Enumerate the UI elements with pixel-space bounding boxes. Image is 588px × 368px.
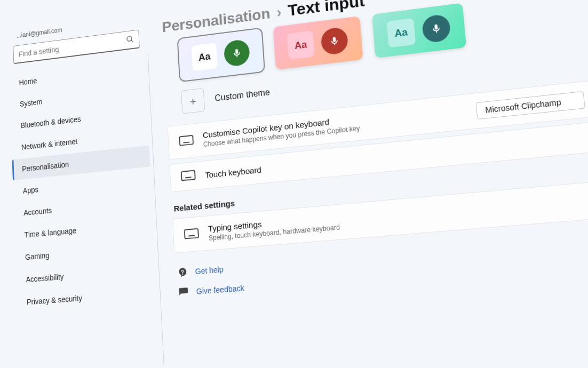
chevron-right-icon: › bbox=[276, 4, 282, 21]
svg-line-11 bbox=[188, 235, 194, 236]
svg-line-1 bbox=[131, 40, 133, 42]
microphone-icon bbox=[320, 27, 348, 56]
sidebar: ...iani@gmail.com Home System Bluetooth … bbox=[5, 15, 165, 368]
copilot-dropdown[interactable]: Microsoft Clipchamp bbox=[475, 91, 585, 119]
aa-preview-icon: Aa bbox=[386, 18, 416, 48]
keyboard-icon bbox=[184, 228, 200, 241]
svg-rect-8 bbox=[181, 171, 195, 181]
aa-preview-icon: Aa bbox=[192, 43, 218, 71]
theme-chip-green[interactable]: Aa bbox=[372, 3, 466, 58]
search-icon bbox=[125, 34, 134, 45]
svg-rect-2 bbox=[179, 135, 193, 145]
link-label: Give feedback bbox=[196, 284, 244, 296]
link-label: Get help bbox=[195, 265, 224, 276]
microphone-icon bbox=[224, 39, 250, 68]
theme-chip-pink[interactable]: Aa bbox=[273, 16, 363, 70]
nav-list: Home System Bluetooth & devices Network … bbox=[6, 53, 165, 368]
svg-rect-10 bbox=[185, 228, 198, 238]
microphone-icon bbox=[422, 14, 451, 44]
keyboard-icon bbox=[181, 170, 196, 183]
svg-point-0 bbox=[127, 36, 132, 41]
aa-preview-icon: Aa bbox=[287, 30, 315, 59]
plus-icon: ＋ bbox=[181, 88, 205, 114]
main-content: Personalisation › Text input Aa Aa Aa bbox=[146, 0, 588, 368]
keyboard-icon bbox=[179, 134, 194, 148]
help-icon bbox=[177, 267, 188, 278]
svg-line-7 bbox=[184, 142, 189, 142]
custom-theme-label: Custom theme bbox=[214, 87, 270, 103]
svg-line-9 bbox=[185, 177, 191, 178]
theme-chip-light[interactable]: Aa bbox=[178, 29, 264, 82]
feedback-icon bbox=[178, 286, 189, 298]
